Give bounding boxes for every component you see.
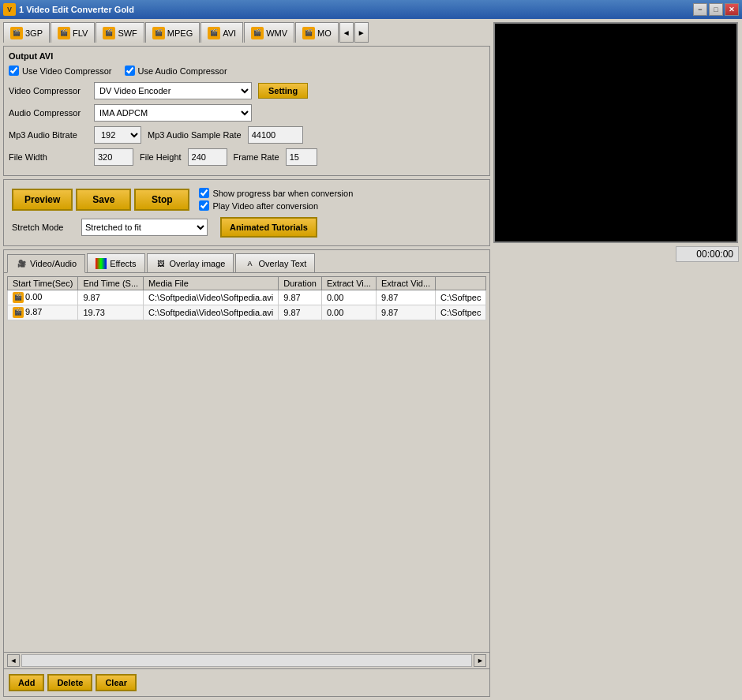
tab-avi[interactable]: 🎬 AVI bbox=[200, 22, 243, 43]
tab-effects[interactable]: Effects bbox=[87, 253, 144, 272]
cell-start-time: 🎬9.87 bbox=[8, 305, 78, 320]
tab-overlay-text[interactable]: A Overlay Text bbox=[235, 253, 315, 272]
tab-mpeg-label: MPEG bbox=[167, 28, 193, 38]
scroll-right-button[interactable]: ► bbox=[474, 654, 486, 667]
mp3-sample-rate-label: Mp3 Audio Sample Rate bbox=[148, 130, 242, 140]
file-height-input[interactable] bbox=[188, 148, 227, 166]
play-after-checkbox[interactable] bbox=[199, 200, 209, 211]
audio-compressor-select[interactable]: IMA ADPCM bbox=[94, 104, 252, 122]
video-preview bbox=[493, 22, 738, 243]
row-icon: 🎬 bbox=[13, 307, 24, 318]
use-audio-compressor-checkbox[interactable] bbox=[125, 66, 135, 76]
show-progress-item: Show progress bar when conversion bbox=[199, 188, 353, 198]
tab-swf[interactable]: 🎬 SWF bbox=[96, 22, 144, 43]
window-controls: − □ ✕ bbox=[693, 3, 739, 16]
video-compressor-check-item: Use Video Compressor bbox=[9, 66, 112, 76]
minimize-button[interactable]: − bbox=[693, 3, 707, 16]
stretch-row: Stretch Mode Stretched to fit Animated T… bbox=[12, 217, 482, 238]
video-compressor-select[interactable]: DV Video Encoder bbox=[94, 82, 252, 99]
cell-media-file: C:\Softpedia\Video\Softpedia.avi bbox=[144, 290, 279, 305]
tab-prev-button[interactable]: ◄ bbox=[339, 22, 354, 43]
cell-extra: C:\Softpec bbox=[436, 290, 486, 305]
main-container: 🎬 3GP 🎬 FLV 🎬 SWF 🎬 MPEG 🎬 AVI 🎬 WMV bbox=[0, 19, 742, 700]
cell-start-time: 🎬0.00 bbox=[8, 290, 78, 305]
cell-extract-vi: 0.00 bbox=[321, 305, 376, 320]
horizontal-scrollbar: ◄ ► bbox=[4, 652, 489, 668]
tab-effects-label: Effects bbox=[110, 259, 136, 268]
table-action-buttons: Add Delete Clear bbox=[4, 668, 489, 696]
video-compressor-label: Video Compressor bbox=[9, 86, 88, 95]
animated-tutorials-button[interactable]: Animated Tutorials bbox=[220, 217, 317, 238]
tab-mo-label: MO bbox=[317, 28, 332, 38]
format-tabs-toolbar: 🎬 3GP 🎬 FLV 🎬 SWF 🎬 MPEG 🎬 AVI 🎬 WMV bbox=[3, 22, 490, 43]
frame-rate-input[interactable] bbox=[286, 148, 317, 166]
mp3-bitrate-row: Mp3 Audio Bitrate 192 Mp3 Audio Sample R… bbox=[9, 126, 485, 144]
stretch-mode-select[interactable]: Stretched to fit bbox=[81, 219, 208, 236]
tab-flv[interactable]: 🎬 FLV bbox=[51, 22, 95, 43]
app-title: 1 Video Edit Converter Gold bbox=[19, 5, 134, 14]
mp3-sample-rate-input[interactable] bbox=[248, 126, 303, 144]
tab-mo[interactable]: 🎬 MO bbox=[295, 22, 339, 43]
bottom-tabs: 🎥 Video/Audio Effects 🖼 Overlay image A … bbox=[4, 250, 489, 273]
tab-overlay-text-label: Overlay Text bbox=[258, 259, 306, 268]
scroll-left-button[interactable]: ◄ bbox=[7, 654, 20, 667]
row-icon: 🎬 bbox=[13, 292, 24, 303]
tab-wmv-icon: 🎬 bbox=[251, 27, 264, 39]
file-height-label: File Height bbox=[140, 152, 182, 162]
col-duration: Duration bbox=[279, 277, 322, 290]
save-button[interactable]: Save bbox=[76, 189, 131, 211]
mp3-bitrate-select[interactable]: 192 bbox=[94, 126, 141, 144]
col-start-time: Start Time(Sec) bbox=[8, 277, 78, 290]
setting-button[interactable]: Setting bbox=[258, 83, 308, 99]
tab-overlay-image[interactable]: 🖼 Overlay image bbox=[147, 253, 234, 272]
col-extract-vid: Extract Vid... bbox=[376, 277, 435, 290]
title-bar: V 1 Video Edit Converter Gold − □ ✕ bbox=[0, 0, 742, 19]
video-audio-icon: 🎥 bbox=[16, 258, 27, 269]
tab-mo-icon: 🎬 bbox=[302, 27, 315, 39]
col-extra bbox=[436, 277, 486, 290]
preview-button[interactable]: Preview bbox=[12, 189, 73, 211]
maximize-button[interactable]: □ bbox=[709, 3, 723, 16]
tab-video-audio-label: Video/Audio bbox=[30, 259, 77, 268]
cell-end-time: 19.73 bbox=[78, 305, 144, 320]
tab-overlay-image-label: Overlay image bbox=[170, 259, 226, 268]
timecode-display: 00:00:00 bbox=[676, 246, 739, 262]
clear-button[interactable]: Clear bbox=[96, 674, 137, 691]
cell-duration: 9.87 bbox=[279, 305, 322, 320]
mp3-bitrate-label: Mp3 Audio Bitrate bbox=[9, 130, 88, 140]
tab-video-audio[interactable]: 🎥 Video/Audio bbox=[7, 254, 85, 273]
conversion-options: Show progress bar when conversion Play V… bbox=[199, 188, 353, 211]
tab-mpeg[interactable]: 🎬 MPEG bbox=[145, 22, 200, 43]
col-extract-vi: Extract Vi... bbox=[321, 277, 376, 290]
add-button[interactable]: Add bbox=[9, 674, 44, 691]
bottom-section: 🎥 Video/Audio Effects 🖼 Overlay image A … bbox=[3, 249, 490, 697]
col-end-time: End Time (S... bbox=[78, 277, 144, 290]
compressor-checkboxes: Use Video Compressor Use Audio Compresso… bbox=[9, 66, 485, 76]
close-button[interactable]: ✕ bbox=[725, 3, 739, 16]
play-after-item: Play Video after conversion bbox=[199, 200, 353, 211]
action-panel: Preview Save Stop Show progress bar when… bbox=[3, 179, 490, 246]
action-buttons-row: Preview Save Stop Show progress bar when… bbox=[12, 188, 482, 211]
stop-button[interactable]: Stop bbox=[134, 189, 189, 211]
delete-button[interactable]: Delete bbox=[47, 674, 92, 691]
show-progress-checkbox[interactable] bbox=[199, 188, 209, 198]
left-panel: 🎬 3GP 🎬 FLV 🎬 SWF 🎬 MPEG 🎬 AVI 🎬 WMV bbox=[3, 22, 490, 697]
tab-3gp[interactable]: 🎬 3GP bbox=[3, 22, 50, 43]
tab-flv-label: FLV bbox=[73, 28, 88, 38]
frame-rate-label: Frame Rate bbox=[234, 152, 279, 162]
file-width-input[interactable] bbox=[94, 148, 133, 166]
table-row[interactable]: 🎬9.87 19.73 C:\Softpedia\Video\Softpedia… bbox=[8, 305, 486, 320]
overlay-image-icon: 🖼 bbox=[156, 258, 167, 269]
stretch-mode-label: Stretch Mode bbox=[12, 223, 75, 232]
cell-extract-vi: 0.00 bbox=[321, 290, 376, 305]
use-video-compressor-checkbox[interactable] bbox=[9, 66, 19, 76]
overlay-text-icon: A bbox=[244, 258, 255, 269]
tab-wmv[interactable]: 🎬 WMV bbox=[244, 22, 294, 43]
audio-compressor-label: Audio Compressor bbox=[9, 108, 88, 118]
output-panel-title: Output AVI bbox=[9, 51, 485, 61]
table-row[interactable]: 🎬0.00 9.87 C:\Softpedia\Video\Softpedia.… bbox=[8, 290, 486, 305]
file-width-label: File Width bbox=[9, 152, 88, 162]
scroll-track[interactable] bbox=[21, 654, 472, 667]
tab-flv-icon: 🎬 bbox=[58, 27, 70, 39]
tab-next-button[interactable]: ► bbox=[354, 22, 369, 43]
